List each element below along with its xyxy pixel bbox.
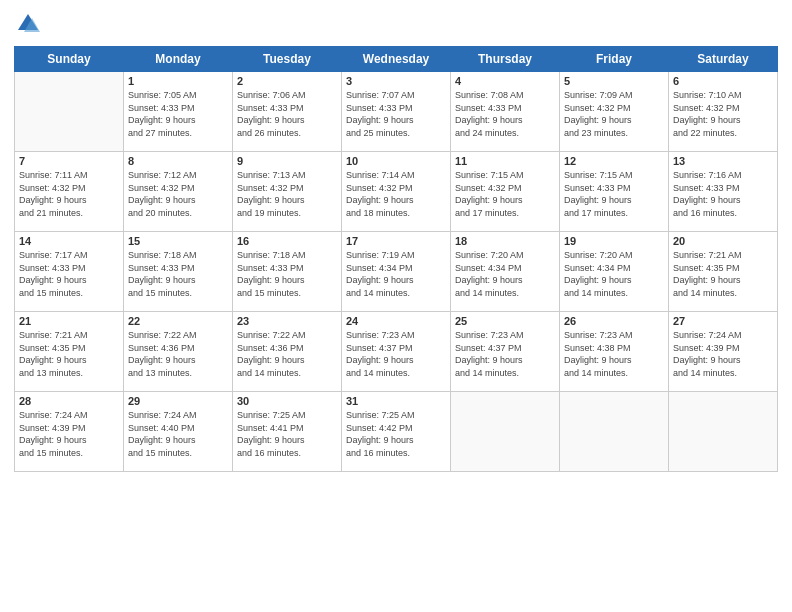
day-info: Sunrise: 7:15 AM Sunset: 4:33 PM Dayligh… — [564, 169, 664, 219]
day-number: 23 — [237, 315, 337, 327]
day-info: Sunrise: 7:12 AM Sunset: 4:32 PM Dayligh… — [128, 169, 228, 219]
day-info: Sunrise: 7:11 AM Sunset: 4:32 PM Dayligh… — [19, 169, 119, 219]
calendar-day-29: 29Sunrise: 7:24 AM Sunset: 4:40 PM Dayli… — [124, 392, 233, 472]
day-number: 21 — [19, 315, 119, 327]
day-info: Sunrise: 7:10 AM Sunset: 4:32 PM Dayligh… — [673, 89, 773, 139]
calendar-day-1: 1Sunrise: 7:05 AM Sunset: 4:33 PM Daylig… — [124, 72, 233, 152]
day-info: Sunrise: 7:22 AM Sunset: 4:36 PM Dayligh… — [128, 329, 228, 379]
header — [14, 10, 778, 38]
calendar-week-2: 7Sunrise: 7:11 AM Sunset: 4:32 PM Daylig… — [15, 152, 778, 232]
calendar-day-12: 12Sunrise: 7:15 AM Sunset: 4:33 PM Dayli… — [560, 152, 669, 232]
calendar-header-row: SundayMondayTuesdayWednesdayThursdayFrid… — [15, 47, 778, 72]
calendar-week-1: 1Sunrise: 7:05 AM Sunset: 4:33 PM Daylig… — [15, 72, 778, 152]
calendar-header-sunday: Sunday — [15, 47, 124, 72]
day-number: 16 — [237, 235, 337, 247]
calendar-day-8: 8Sunrise: 7:12 AM Sunset: 4:32 PM Daylig… — [124, 152, 233, 232]
calendar-week-5: 28Sunrise: 7:24 AM Sunset: 4:39 PM Dayli… — [15, 392, 778, 472]
calendar-day-6: 6Sunrise: 7:10 AM Sunset: 4:32 PM Daylig… — [669, 72, 778, 152]
day-number: 12 — [564, 155, 664, 167]
logo-icon — [14, 10, 42, 38]
calendar-day-18: 18Sunrise: 7:20 AM Sunset: 4:34 PM Dayli… — [451, 232, 560, 312]
day-info: Sunrise: 7:23 AM Sunset: 4:37 PM Dayligh… — [346, 329, 446, 379]
calendar-day-9: 9Sunrise: 7:13 AM Sunset: 4:32 PM Daylig… — [233, 152, 342, 232]
page: SundayMondayTuesdayWednesdayThursdayFrid… — [0, 0, 792, 612]
calendar-header-monday: Monday — [124, 47, 233, 72]
calendar-day-13: 13Sunrise: 7:16 AM Sunset: 4:33 PM Dayli… — [669, 152, 778, 232]
day-info: Sunrise: 7:25 AM Sunset: 4:41 PM Dayligh… — [237, 409, 337, 459]
logo — [14, 10, 46, 38]
day-number: 24 — [346, 315, 446, 327]
day-info: Sunrise: 7:20 AM Sunset: 4:34 PM Dayligh… — [564, 249, 664, 299]
day-info: Sunrise: 7:25 AM Sunset: 4:42 PM Dayligh… — [346, 409, 446, 459]
calendar-day-empty — [451, 392, 560, 472]
day-info: Sunrise: 7:07 AM Sunset: 4:33 PM Dayligh… — [346, 89, 446, 139]
day-number: 14 — [19, 235, 119, 247]
calendar-header-saturday: Saturday — [669, 47, 778, 72]
day-info: Sunrise: 7:24 AM Sunset: 4:40 PM Dayligh… — [128, 409, 228, 459]
calendar-day-10: 10Sunrise: 7:14 AM Sunset: 4:32 PM Dayli… — [342, 152, 451, 232]
calendar-header-wednesday: Wednesday — [342, 47, 451, 72]
day-number: 19 — [564, 235, 664, 247]
day-info: Sunrise: 7:18 AM Sunset: 4:33 PM Dayligh… — [128, 249, 228, 299]
day-number: 30 — [237, 395, 337, 407]
day-info: Sunrise: 7:16 AM Sunset: 4:33 PM Dayligh… — [673, 169, 773, 219]
calendar-day-25: 25Sunrise: 7:23 AM Sunset: 4:37 PM Dayli… — [451, 312, 560, 392]
day-number: 26 — [564, 315, 664, 327]
day-number: 22 — [128, 315, 228, 327]
day-number: 27 — [673, 315, 773, 327]
day-number: 25 — [455, 315, 555, 327]
calendar-day-21: 21Sunrise: 7:21 AM Sunset: 4:35 PM Dayli… — [15, 312, 124, 392]
day-number: 3 — [346, 75, 446, 87]
day-info: Sunrise: 7:21 AM Sunset: 4:35 PM Dayligh… — [673, 249, 773, 299]
day-number: 6 — [673, 75, 773, 87]
calendar-day-14: 14Sunrise: 7:17 AM Sunset: 4:33 PM Dayli… — [15, 232, 124, 312]
calendar-day-31: 31Sunrise: 7:25 AM Sunset: 4:42 PM Dayli… — [342, 392, 451, 472]
calendar-day-7: 7Sunrise: 7:11 AM Sunset: 4:32 PM Daylig… — [15, 152, 124, 232]
calendar-day-26: 26Sunrise: 7:23 AM Sunset: 4:38 PM Dayli… — [560, 312, 669, 392]
day-number: 29 — [128, 395, 228, 407]
calendar-day-16: 16Sunrise: 7:18 AM Sunset: 4:33 PM Dayli… — [233, 232, 342, 312]
calendar-day-empty — [560, 392, 669, 472]
day-info: Sunrise: 7:20 AM Sunset: 4:34 PM Dayligh… — [455, 249, 555, 299]
day-info: Sunrise: 7:09 AM Sunset: 4:32 PM Dayligh… — [564, 89, 664, 139]
calendar-header-thursday: Thursday — [451, 47, 560, 72]
day-number: 28 — [19, 395, 119, 407]
day-number: 20 — [673, 235, 773, 247]
day-number: 2 — [237, 75, 337, 87]
calendar-day-17: 17Sunrise: 7:19 AM Sunset: 4:34 PM Dayli… — [342, 232, 451, 312]
calendar-header-tuesday: Tuesday — [233, 47, 342, 72]
calendar-day-11: 11Sunrise: 7:15 AM Sunset: 4:32 PM Dayli… — [451, 152, 560, 232]
calendar-day-19: 19Sunrise: 7:20 AM Sunset: 4:34 PM Dayli… — [560, 232, 669, 312]
day-info: Sunrise: 7:08 AM Sunset: 4:33 PM Dayligh… — [455, 89, 555, 139]
calendar-header-friday: Friday — [560, 47, 669, 72]
day-info: Sunrise: 7:18 AM Sunset: 4:33 PM Dayligh… — [237, 249, 337, 299]
day-info: Sunrise: 7:15 AM Sunset: 4:32 PM Dayligh… — [455, 169, 555, 219]
day-number: 7 — [19, 155, 119, 167]
day-info: Sunrise: 7:22 AM Sunset: 4:36 PM Dayligh… — [237, 329, 337, 379]
day-info: Sunrise: 7:24 AM Sunset: 4:39 PM Dayligh… — [673, 329, 773, 379]
day-info: Sunrise: 7:14 AM Sunset: 4:32 PM Dayligh… — [346, 169, 446, 219]
day-info: Sunrise: 7:23 AM Sunset: 4:38 PM Dayligh… — [564, 329, 664, 379]
calendar-day-24: 24Sunrise: 7:23 AM Sunset: 4:37 PM Dayli… — [342, 312, 451, 392]
calendar-day-2: 2Sunrise: 7:06 AM Sunset: 4:33 PM Daylig… — [233, 72, 342, 152]
day-number: 13 — [673, 155, 773, 167]
day-info: Sunrise: 7:19 AM Sunset: 4:34 PM Dayligh… — [346, 249, 446, 299]
day-info: Sunrise: 7:21 AM Sunset: 4:35 PM Dayligh… — [19, 329, 119, 379]
calendar-table: SundayMondayTuesdayWednesdayThursdayFrid… — [14, 46, 778, 472]
day-number: 18 — [455, 235, 555, 247]
day-number: 31 — [346, 395, 446, 407]
calendar-day-20: 20Sunrise: 7:21 AM Sunset: 4:35 PM Dayli… — [669, 232, 778, 312]
day-number: 11 — [455, 155, 555, 167]
day-number: 9 — [237, 155, 337, 167]
calendar-week-3: 14Sunrise: 7:17 AM Sunset: 4:33 PM Dayli… — [15, 232, 778, 312]
calendar-day-15: 15Sunrise: 7:18 AM Sunset: 4:33 PM Dayli… — [124, 232, 233, 312]
calendar-day-22: 22Sunrise: 7:22 AM Sunset: 4:36 PM Dayli… — [124, 312, 233, 392]
calendar-day-27: 27Sunrise: 7:24 AM Sunset: 4:39 PM Dayli… — [669, 312, 778, 392]
calendar-day-empty — [15, 72, 124, 152]
day-number: 8 — [128, 155, 228, 167]
day-number: 5 — [564, 75, 664, 87]
day-info: Sunrise: 7:24 AM Sunset: 4:39 PM Dayligh… — [19, 409, 119, 459]
calendar-day-empty — [669, 392, 778, 472]
day-number: 10 — [346, 155, 446, 167]
day-info: Sunrise: 7:13 AM Sunset: 4:32 PM Dayligh… — [237, 169, 337, 219]
